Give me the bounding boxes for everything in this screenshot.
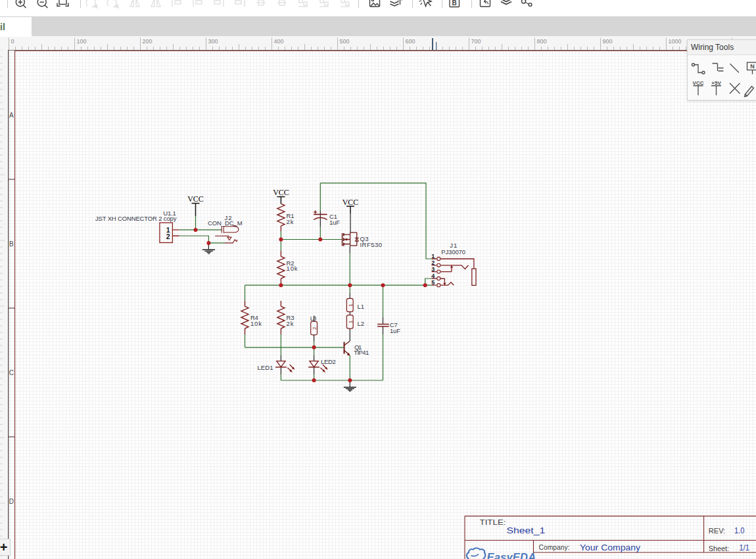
svg-text:1: 1	[348, 303, 354, 307]
svg-text:LED2: LED2	[321, 358, 336, 365]
svg-text:2: 2	[312, 326, 318, 330]
svg-text:1uF: 1uF	[329, 219, 340, 226]
svg-text:Sheet_1: Sheet_1	[507, 525, 546, 535]
svg-text:TIP41: TIP41	[354, 349, 369, 356]
svg-text:L2: L2	[358, 320, 365, 327]
svg-text:VCC: VCC	[693, 80, 704, 86]
svg-text:1.0: 1.0	[734, 526, 745, 535]
svg-text:JST XH CONNECTOR 2 copy: JST XH CONNECTOR 2 copy	[95, 215, 177, 222]
svg-text:5: 5	[431, 279, 435, 286]
svg-text:1/1: 1/1	[740, 543, 750, 552]
svg-text:A: A	[9, 112, 14, 119]
svg-text:N: N	[750, 63, 755, 70]
svg-text:1000: 1000	[669, 38, 682, 45]
svg-text:L1: L1	[358, 303, 365, 310]
svg-text:1: 1	[348, 320, 354, 323]
svg-text:2: 2	[431, 259, 435, 266]
svg-text:+5V: +5V	[711, 80, 721, 86]
svg-text:C: C	[9, 369, 14, 376]
svg-text:0: 0	[11, 38, 14, 45]
svg-text:500: 500	[340, 38, 350, 45]
svg-text:VCC: VCC	[343, 198, 359, 207]
svg-text:B: B	[9, 240, 14, 248]
svg-text:Your Company: Your Company	[580, 543, 641, 552]
svg-text:LED1: LED1	[258, 364, 273, 371]
svg-text:900: 900	[603, 38, 613, 45]
svg-text:D: D	[9, 498, 14, 505]
svg-text:B: B	[452, 0, 457, 7]
svg-text:L3: L3	[310, 315, 317, 322]
svg-text:1uF: 1uF	[390, 327, 400, 334]
svg-text:Sheet:: Sheet:	[709, 545, 729, 552]
svg-text:200: 200	[143, 38, 153, 45]
svg-text:700: 700	[471, 38, 481, 45]
svg-text:400: 400	[274, 38, 284, 45]
svg-text:TITLE:: TITLE:	[480, 518, 506, 526]
svg-text:600: 600	[406, 38, 415, 45]
svg-text:2k: 2k	[287, 320, 294, 327]
svg-text:REV:: REV:	[709, 527, 725, 535]
svg-text:CON_DC_M: CON_DC_M	[208, 219, 243, 227]
svg-text:Company:: Company:	[539, 543, 570, 551]
svg-text:EasyEDA: EasyEDA	[487, 551, 536, 559]
svg-text:PJ30070: PJ30070	[441, 248, 465, 256]
svg-text:800: 800	[537, 38, 547, 45]
svg-text:2: 2	[166, 233, 170, 240]
svg-text:4: 4	[431, 273, 435, 279]
svg-text:100: 100	[77, 38, 87, 45]
svg-text:10k: 10k	[287, 265, 298, 272]
svg-text:10k: 10k	[250, 320, 262, 327]
svg-text:300: 300	[208, 38, 218, 45]
svg-text:VCC: VCC	[273, 188, 289, 197]
svg-text:IRF530: IRF530	[360, 241, 383, 248]
svg-text:2k: 2k	[287, 218, 294, 225]
svg-text:VCC: VCC	[187, 194, 204, 204]
svg-text:3: 3	[431, 266, 435, 273]
svg-text:1: 1	[431, 253, 435, 259]
